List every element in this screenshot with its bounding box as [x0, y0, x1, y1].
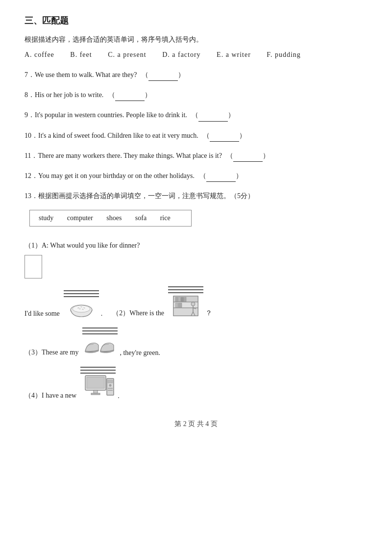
q12-num: 12．You may get it on your birthday or on… [24, 172, 195, 179]
word-f: F. pudding [267, 51, 301, 58]
section-title: 三、匹配题 [24, 15, 368, 26]
match-instruction: 根据描述内容，选择合适的英语单词，将序号填入括号内。 [24, 35, 368, 44]
q3-prefix: （3）These are my [24, 348, 78, 357]
svg-point-17 [191, 302, 195, 306]
side-box [24, 255, 42, 278]
row1-q2-prefix: （2）Where is the [112, 309, 164, 318]
q9-paren: （） [192, 109, 235, 121]
wb-sofa: sofa [135, 214, 147, 222]
svg-point-28 [109, 384, 111, 386]
q3-suffix: , they're green. [120, 349, 160, 357]
q10-paren: （） [203, 129, 246, 142]
word-c: C. a present [108, 51, 146, 58]
svg-rect-23 [87, 377, 104, 388]
page-footer: 第 2 页 共 4 页 [24, 420, 368, 429]
wb-rice: rice [160, 214, 171, 222]
sub-q1: （1）A: What would you like for dinner? [24, 241, 368, 250]
question-11: 11．There are many workers there. They ma… [24, 150, 368, 162]
svg-rect-30 [108, 390, 113, 391]
svg-rect-13 [181, 297, 184, 302]
svg-rect-29 [108, 388, 113, 389]
word-a: A. coffee [24, 51, 54, 58]
q4-suffix: . [118, 392, 120, 400]
word-d: D. a factory [162, 51, 200, 58]
q8-paren: （） [108, 89, 151, 101]
svg-rect-11 [175, 297, 178, 302]
question-7: 7．We use them to walk. What are they? （） [24, 69, 368, 81]
shoes-image [83, 335, 117, 357]
q4-prefix: （4）I have a new [24, 391, 76, 400]
svg-rect-14 [184, 297, 186, 302]
question-9: 9．It's popular in western countries. Peo… [24, 109, 368, 121]
question-12: 12．You may get it on your birthday or on… [24, 170, 368, 182]
word-e: E. a writer [217, 51, 251, 58]
row1-q2-suffix: ？ [205, 309, 212, 318]
q7-paren: （） [142, 69, 185, 81]
q12-paren: （） [199, 170, 243, 182]
svg-rect-25 [91, 393, 100, 395]
rice-image [69, 298, 94, 318]
q7-num: 7．We use them to walk. What are they? [24, 71, 137, 78]
wb-shoes: shoes [106, 214, 122, 222]
q8-num: 8．His or her job is to write. [24, 91, 103, 99]
q11-paren: （） [226, 150, 270, 162]
word-b: B. feet [70, 51, 92, 58]
word-box: study computer shoes sofa rice [29, 210, 192, 227]
row1-period: . [101, 310, 103, 318]
svg-rect-24 [94, 390, 98, 393]
word-list: A. coffee B. feet C. a present D. a fact… [24, 51, 368, 59]
q13-instruction: 13．根据图画提示选择合适的单词填空，一空一词，注意书写规范。（5分） [24, 190, 368, 202]
row1-prefix: I'd like some [24, 310, 60, 318]
question-13-section: 13．根据图画提示选择合适的单词填空，一空一词，注意书写规范。（5分） stud… [24, 190, 368, 400]
wb-study: study [39, 214, 53, 222]
wb-computer: computer [67, 214, 93, 222]
q9-num: 9．It's popular in western countries. Peo… [24, 111, 187, 119]
computer-image [81, 375, 115, 400]
question-8: 8．His or her job is to write. （） [24, 89, 368, 101]
svg-rect-27 [108, 380, 113, 383]
svg-rect-16 [178, 303, 182, 307]
svg-rect-15 [175, 303, 178, 307]
q10-num: 10．It's a kind of sweet food. Children l… [24, 132, 198, 139]
q11-num: 11．There are many workers there. They ma… [24, 152, 222, 159]
bookshelf-image [172, 294, 200, 318]
svg-rect-12 [178, 297, 180, 302]
question-10: 10．It's a kind of sweet food. Children l… [24, 129, 368, 142]
